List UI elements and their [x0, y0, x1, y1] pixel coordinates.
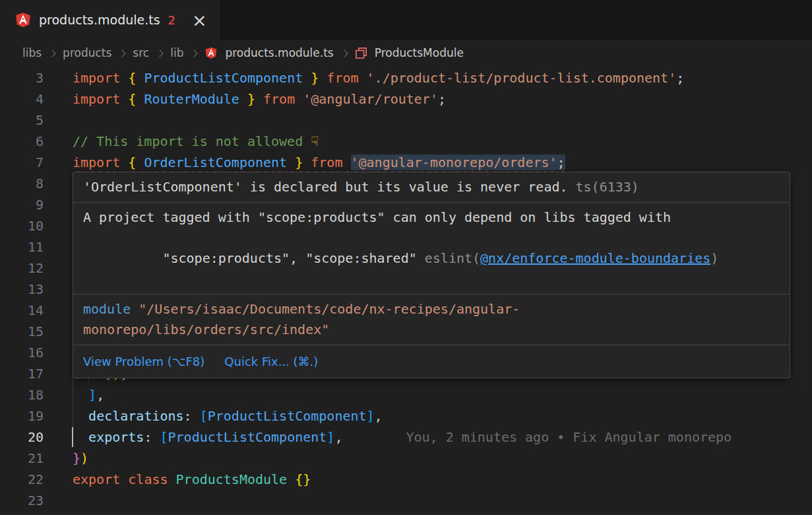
ts-diagnostic-code: ts(6133) — [576, 179, 639, 195]
breadcrumb-lib[interactable]: lib — [170, 46, 183, 59]
line-number: 12 — [0, 258, 44, 279]
module-keyword: module — [83, 301, 131, 317]
inline-blame: You, 2 minutes ago • Fix Angular monorep… — [406, 429, 732, 445]
code-line-22[interactable]: 22export class ProductsModule {} — [0, 469, 812, 490]
quick-fix-action[interactable]: Quick Fix... (⌘.) — [224, 351, 318, 372]
code-line-3[interactable]: 3import { ProductListComponent } from '.… — [0, 67, 812, 88]
line-number: 13 — [0, 279, 44, 300]
line-number: 16 — [0, 342, 44, 363]
chevron-right-icon — [191, 46, 197, 59]
editor[interactable]: 3import { ProductListComponent } from '.… — [0, 66, 812, 515]
line-number: 22 — [0, 469, 44, 490]
line-number: 6 — [0, 131, 44, 152]
tab-bar: products.module.ts 2 × — [0, 0, 812, 40]
hover-popup: 'OrderListComponent' is declared but its… — [73, 172, 790, 378]
breadcrumb-file[interactable]: products.module.ts — [225, 46, 333, 59]
hover-actions: View Problem (⌥F8) Quick Fix... (⌘.) — [73, 345, 790, 378]
chevron-right-icon — [119, 46, 125, 59]
module-path-line1: "/Users/isaac/Documents/code/nx-recipes/… — [131, 301, 520, 317]
hover-ts-diagnostic: 'OrderListComponent' is declared but its… — [73, 172, 790, 202]
line-number: 8 — [0, 173, 44, 194]
line-number: 23 — [0, 490, 44, 511]
tab-problems-badge: 2 — [168, 13, 175, 27]
line-number: 20 — [0, 427, 44, 448]
line-number: 15 — [0, 321, 44, 342]
breadcrumb-src[interactable]: src — [133, 46, 149, 59]
breadcrumb-symbol-productsmodule[interactable]: ProductsModule — [375, 46, 464, 59]
module-path-line2: monorepo/libs/orders/src/index" — [83, 322, 329, 337]
eslint-message-line2: "scope:products", "scope:shared" — [162, 250, 424, 266]
code-line-7[interactable]: 7import { OrderListComponent } from '@an… — [0, 152, 812, 173]
code-line-5[interactable]: 5 — [0, 110, 812, 131]
hover-module-path: module "/Users/isaac/Documents/code/nx-r… — [73, 294, 790, 345]
line-number: 11 — [0, 236, 44, 258]
line-number: 4 — [0, 88, 44, 110]
line-number: 7 — [0, 152, 44, 173]
vscode-window: products.module.ts 2 × libs products src… — [0, 0, 812, 515]
code-line-23[interactable]: 23 — [0, 490, 812, 511]
line-number: 10 — [0, 215, 44, 236]
chevron-right-icon — [341, 46, 348, 59]
line-number: 18 — [0, 384, 44, 405]
chevron-right-icon — [156, 46, 163, 59]
text-cursor — [72, 427, 73, 447]
line-number: 14 — [0, 300, 44, 321]
angular-icon — [15, 11, 32, 28]
close-icon[interactable]: × — [192, 11, 207, 29]
line-number: 5 — [0, 110, 44, 131]
hover-eslint-diagnostic: A project tagged with "scope:products" c… — [73, 203, 790, 294]
eslint-rule-link[interactable]: @nx/enforce-module-boundaries — [480, 250, 710, 266]
class-symbol-icon — [355, 47, 367, 59]
chevron-right-icon — [49, 46, 55, 59]
code-line-18[interactable]: 18 ], — [0, 384, 812, 405]
code-line-4[interactable]: 4import { RouterModule } from '@angular/… — [0, 88, 812, 110]
line-number: 21 — [0, 448, 44, 469]
line-number: 17 — [0, 363, 44, 384]
code-line-19[interactable]: 19 declarations: [ProductListComponent], — [0, 405, 812, 427]
eslint-source-open: eslint( — [425, 250, 480, 266]
code-line-6[interactable]: 6// This import is not allowed ☟ — [0, 131, 812, 152]
line-number: 3 — [0, 67, 44, 88]
ts-diagnostic-message: 'OrderListComponent' is declared but its… — [83, 179, 568, 195]
breadcrumb-products[interactable]: products — [63, 46, 111, 59]
code-line-20[interactable]: 20 exports: [ProductListComponent],You, … — [0, 427, 812, 448]
tab-products-module[interactable]: products.module.ts 2 × — [0, 0, 221, 40]
eslint-source-close: ) — [710, 250, 718, 266]
code-line-21[interactable]: 21}) — [0, 448, 812, 469]
angular-icon — [204, 46, 218, 59]
line-number: 9 — [0, 194, 44, 215]
line-number: 19 — [0, 405, 44, 427]
tab-title: products.module.ts — [39, 13, 160, 27]
view-problem-action[interactable]: View Problem (⌥F8) — [83, 351, 204, 372]
eslint-message-line1: A project tagged with "scope:products" c… — [83, 207, 780, 228]
breadcrumb: libs products src lib products.module.ts… — [0, 40, 812, 66]
breadcrumb-libs[interactable]: libs — [22, 46, 42, 59]
